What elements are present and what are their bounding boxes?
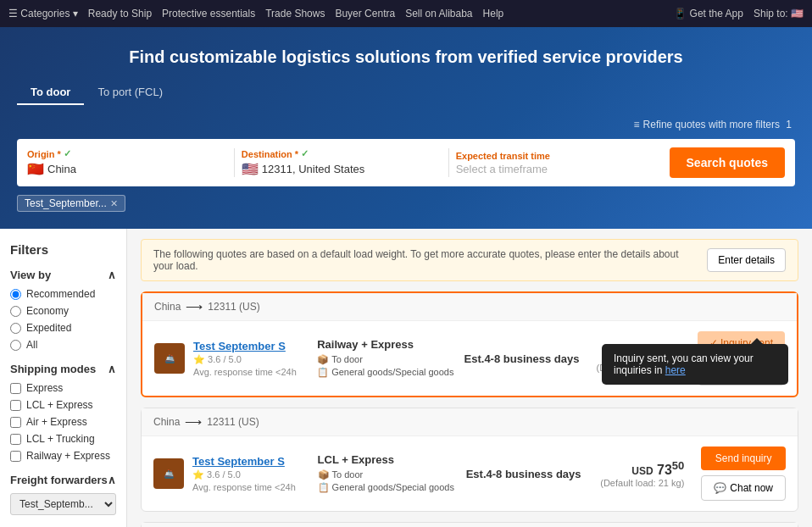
nav-trade-shows[interactable]: Trade Shows — [265, 8, 325, 19]
nav-ship-to[interactable]: Ship to: 🇺🇸 — [754, 8, 804, 19]
card-2-price: USD 7350 (Default load: 21 kg) — [591, 459, 684, 488]
card-1-arrow-icon: ⟶ — [186, 300, 203, 313]
card-1-header: China ⟶ 12311 (US) — [142, 293, 797, 321]
provider-2-logo: 🚢 — [153, 458, 184, 489]
shipping-modes-label: Shipping modes — [10, 363, 96, 375]
tab-to-port[interactable]: To port (FCL) — [84, 80, 176, 105]
inquiry-tooltip: Inquiry sent, you can view your inquirie… — [602, 344, 788, 385]
card-2-arrow-icon: ⟶ — [185, 415, 202, 429]
refine-label[interactable]: Refine quotes with more filters — [643, 119, 780, 130]
quote-card-1: China ⟶ 12311 (US) 🚢 Test September S ⭐ … — [141, 291, 798, 397]
origin-check: ✓ — [64, 148, 71, 159]
hero-section: Find customizable logistics solutions fr… — [0, 27, 812, 229]
results-area: The following quotes are based on a defa… — [127, 229, 812, 527]
card-2-from: China — [153, 416, 180, 428]
freight-forwarders-section: Freight forwarders ∧ Test_Septemb... — [10, 474, 116, 515]
tag-close-icon[interactable]: ✕ — [110, 198, 118, 209]
freight-forwarders-label: Freight forwarders — [10, 474, 108, 486]
card-2-header: China ⟶ 12311 (US) — [142, 408, 798, 436]
nav-help[interactable]: Help — [483, 8, 504, 19]
quote-card-3: China ⟶ 12311 (US) 🚢 Test September S ⭐ … — [141, 522, 798, 527]
destination-field: Destination * ✓ 🇺🇸 12311, United States — [242, 148, 449, 177]
nav-ready-to-ship[interactable]: Ready to Ship — [88, 8, 152, 19]
search-quotes-button[interactable]: Search quotes — [670, 147, 785, 178]
tooltip-link[interactable]: here — [665, 364, 686, 376]
filters-title: Filters — [10, 242, 116, 257]
card-2-chat-button[interactable]: 💬 Chat now — [701, 475, 786, 501]
card-2-door: 📦 To door — [318, 469, 458, 480]
provider-1-name[interactable]: Test September S — [193, 340, 309, 352]
mode-lcl-express[interactable]: LCL + Express — [10, 399, 116, 411]
option-all[interactable]: All — [10, 339, 116, 351]
provider-2-response: Avg. response time <24h — [192, 482, 309, 492]
tag-row: Test_September... ✕ — [17, 195, 795, 212]
provider-1-info: Test September S ⭐ 3.6 / 5.0 Avg. respon… — [193, 340, 309, 377]
origin-label: Origin * — [27, 149, 61, 159]
card-1-goods: 📋 General goods/Special goods — [317, 367, 455, 378]
filter-tag[interactable]: Test_September... ✕ — [17, 195, 125, 212]
tag-label: Test_September... — [25, 197, 107, 209]
provider-1-response: Avg. response time <24h — [193, 367, 309, 377]
shipping-modes-section: Shipping modes ∧ Express LCL + Express A… — [10, 363, 116, 462]
enter-details-button[interactable]: Enter details — [707, 248, 786, 272]
search-bar: Origin * ✓ 🇨🇳 China Destination * ✓ 🇺🇸 1… — [17, 139, 795, 186]
option-expedited[interactable]: Expedited — [10, 322, 116, 334]
card-1-to: 12311 (US) — [208, 301, 259, 313]
card-2-to: 12311 (US) — [207, 416, 259, 428]
transit-field: Expected transit time Select a timeframe — [456, 151, 663, 175]
nav-protective[interactable]: Protective essentials — [162, 8, 255, 19]
nav-categories[interactable]: ☰ Categories ▾ — [8, 8, 78, 19]
provider-1-logo: 🚢 — [154, 343, 185, 374]
filter-icon: ≡ — [634, 119, 640, 130]
card-3-header: China ⟶ 12311 (US) — [142, 523, 798, 527]
card-2-goods: 📋 General goods/Special goods — [318, 482, 458, 493]
transit-label: Expected transit time — [456, 151, 550, 161]
hero-title: Find customizable logistics solutions fr… — [17, 47, 795, 67]
transit-placeholder: Select a timeframe — [456, 163, 548, 175]
card-2-est-time: Est.4-8 business days — [466, 468, 583, 480]
card-2-price-main: 73 — [657, 463, 672, 477]
quote-card-2: China ⟶ 12311 (US) 🚢 Test September S ⭐ … — [141, 408, 798, 512]
mode-railway-express[interactable]: Railway + Express — [10, 450, 116, 462]
card-2-body: 🚢 Test September S ⭐ 3.6 / 5.0 Avg. resp… — [142, 436, 798, 511]
main-content: Filters View by ∧ Recommended Economy Ex… — [0, 229, 812, 527]
card-2-actions: Send inquiry 💬 Chat now — [701, 447, 786, 501]
nav-buyer-centra[interactable]: Buyer Centra — [335, 8, 395, 19]
provider-1-rating: ⭐ 3.6 / 5.0 — [193, 354, 309, 365]
tab-to-door[interactable]: To door — [17, 80, 84, 105]
origin-field: Origin * ✓ 🇨🇳 China — [27, 148, 235, 177]
provider-2-name[interactable]: Test September S — [192, 455, 309, 468]
option-recommended[interactable]: Recommended — [10, 288, 116, 300]
mode-air-express[interactable]: Air + Express — [10, 416, 116, 428]
sidebar: Filters View by ∧ Recommended Economy Ex… — [0, 229, 127, 527]
card-2-inquiry-button[interactable]: Send inquiry — [701, 447, 786, 470]
card-2-currency: USD — [631, 465, 653, 477]
provider-2-info: Test September S ⭐ 3.6 / 5.0 Avg. respon… — [192, 455, 309, 492]
origin-value: China — [47, 163, 76, 175]
mode-express[interactable]: Express — [10, 382, 116, 394]
nav-sell[interactable]: Sell on Alibaba — [405, 8, 472, 19]
tabs: To door To port (FCL) — [17, 80, 795, 105]
mode-lcl-trucking[interactable]: LCL + Trucking — [10, 433, 116, 445]
card-2-type-name: LCL + Express — [318, 453, 458, 466]
destination-label: Destination * — [242, 149, 298, 159]
refine-count: 1 — [786, 119, 792, 130]
destination-value: 12311, United States — [262, 163, 364, 175]
freight-select[interactable]: Test_Septemb... — [10, 493, 116, 515]
provider-2-rating: ⭐ 3.6 / 5.0 — [192, 469, 309, 480]
card-1-type-name: Railway + Express — [317, 338, 455, 351]
freight-collapse-icon[interactable]: ∧ — [108, 474, 116, 486]
china-flag: 🇨🇳 — [27, 161, 44, 177]
nav-get-app[interactable]: 📱 Get the App — [674, 8, 743, 19]
card-1-shipping-type: Railway + Express 📦 To door 📋 General go… — [317, 338, 455, 380]
shipping-modes-collapse-icon[interactable]: ∧ — [108, 363, 116, 375]
us-flag: 🇺🇸 — [242, 161, 259, 177]
results-info-text: The following quotes are based on a defa… — [153, 248, 697, 272]
refine-row: ≡ Refine quotes with more filters 1 — [17, 119, 795, 130]
view-by-label: View by — [10, 269, 51, 281]
card-2-shipping-type: LCL + Express 📦 To door 📋 General goods/… — [318, 453, 458, 495]
option-economy[interactable]: Economy — [10, 305, 116, 317]
view-by-collapse-icon[interactable]: ∧ — [108, 269, 116, 281]
card-2-price-note: (Default load: 21 kg) — [591, 478, 684, 488]
view-by-section: View by ∧ Recommended Economy Expedited … — [10, 269, 116, 351]
